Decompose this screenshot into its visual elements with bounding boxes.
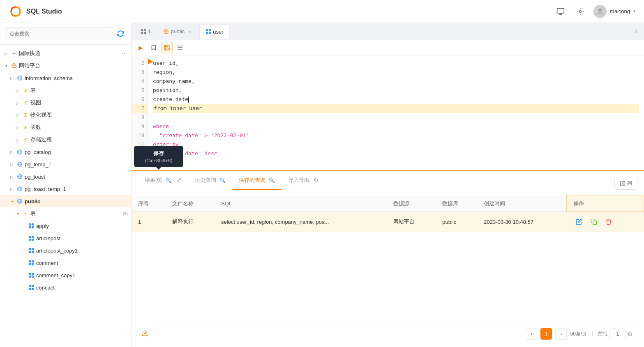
current-page-btn[interactable]: 1 xyxy=(540,328,552,340)
svg-rect-51 xyxy=(144,29,146,31)
sidebar-item-articlepost[interactable]: ▷ articlepost xyxy=(0,232,131,244)
cell-database: public xyxy=(436,212,477,232)
cell-filename: 解释执行 xyxy=(166,212,215,232)
svg-rect-52 xyxy=(141,32,143,34)
svg-point-1 xyxy=(579,10,581,12)
saved-search-icon[interactable]: 🔍 xyxy=(269,177,275,183)
more-guoji[interactable]: ··· xyxy=(121,49,128,58)
svg-rect-40 xyxy=(29,263,31,265)
sidebar-item-public[interactable]: ▾ public xyxy=(0,195,131,207)
cell-created: 2023-03-30 10:40:57 xyxy=(477,212,566,232)
icon-biao1: ⊞ xyxy=(22,87,29,94)
sidebar-item-comment-copy1[interactable]: ▷ comment_copy1 xyxy=(0,269,131,281)
import-refresh-icon[interactable]: ↻ xyxy=(314,177,319,184)
sidebar-item-biao1[interactable]: ▷ ⊞ 表 xyxy=(0,84,131,97)
line-num-6: 6 xyxy=(132,95,148,104)
run-btn[interactable]: ▶ xyxy=(135,42,146,53)
avatar-icon xyxy=(596,7,605,16)
history-search-icon[interactable]: 🔍 xyxy=(219,177,226,183)
svg-rect-44 xyxy=(29,276,31,278)
sidebar-item-cunchu1[interactable]: ▷ ⊞ 存储过程 xyxy=(0,133,131,146)
table-row: 1 解释执行 select user_id, region, company_n… xyxy=(132,212,644,232)
tab-public[interactable]: public × xyxy=(157,25,199,39)
refresh-btn[interactable] xyxy=(115,28,126,39)
sidebar-item-biao-public[interactable]: ▾ ⊞ 表 20 xyxy=(0,207,131,220)
sidebar-item-pg-toast[interactable]: ▷ pg_toast xyxy=(0,170,131,183)
cell-sql: select user_id, region, company_name, po… xyxy=(215,212,387,232)
prev-page-btn[interactable]: ‹ xyxy=(526,328,537,340)
monitor-icon-btn[interactable] xyxy=(554,5,567,18)
sidebar-item-shitu1[interactable]: ▷ ⊞ 视图 xyxy=(0,97,131,109)
label-comment-copy1: comment_copy1 xyxy=(36,272,128,278)
sidebar-item-hanshu1[interactable]: ▷ ⊞ 函数 xyxy=(0,121,131,133)
icon-apply xyxy=(28,223,35,229)
tab-public-close[interactable]: × xyxy=(186,28,193,35)
col-btn[interactable]: 列 xyxy=(614,177,637,190)
next-page-btn[interactable]: › xyxy=(555,328,567,340)
icon-comment xyxy=(28,260,35,266)
code-content[interactable]: user_id, region, company_name, position,… xyxy=(148,55,644,170)
delete-btn[interactable] xyxy=(603,216,614,228)
svg-rect-60 xyxy=(209,32,211,34)
format-btn[interactable] xyxy=(174,42,186,53)
svg-rect-45 xyxy=(32,276,34,278)
search-input[interactable] xyxy=(5,27,111,40)
arrow-shitu1: ▷ xyxy=(15,100,21,106)
svg-rect-66 xyxy=(593,221,597,225)
tooltip-shortcut: (Ctrl+Shift+S) xyxy=(140,158,178,163)
icon-pg-toast-temp-1 xyxy=(16,186,23,192)
save-btn[interactable] xyxy=(161,42,173,53)
sidebar-item-wuhua1[interactable]: ▷ ⊞ 物化视图 xyxy=(0,109,131,121)
code-line-3: region, xyxy=(153,68,639,77)
tab-user-icon xyxy=(205,29,211,34)
col-header-index: 序号 xyxy=(132,196,166,212)
sidebar-tree: ▷ 国际快递 ··· ▾ 网站平台 ▷ xyxy=(0,45,131,347)
sidebar-item-articlepost-copy1[interactable]: ▷ articlepost_copy1 xyxy=(0,244,131,257)
result-search-icon[interactable]: 🔍 xyxy=(165,177,171,183)
line-num-3: 3 xyxy=(132,68,148,77)
main: ▷ 国际快递 ··· ▾ 网站平台 ▷ xyxy=(0,23,644,347)
sidebar-item-pg-toast-temp-1[interactable]: ▷ pg_toast_temp_1 xyxy=(0,183,131,195)
sidebar-item-pg-temp-1[interactable]: ▷ pg_temp_1 xyxy=(0,158,131,170)
goto-input[interactable] xyxy=(609,329,626,339)
result-tab-history[interactable]: 历史查询 🔍 xyxy=(188,171,232,190)
sidebar-item-wangzhan[interactable]: ▾ 网站平台 xyxy=(0,60,131,72)
result-tab-import[interactable]: 导入导出 ↻ xyxy=(282,171,325,190)
user-chevron: ▾ xyxy=(633,9,636,14)
username: maicong xyxy=(610,8,630,14)
result-tab-result[interactable]: 结果(0) 🔍 ⤢ xyxy=(138,171,188,190)
bookmark-btn[interactable] xyxy=(148,42,159,53)
tab-user[interactable]: user xyxy=(199,25,229,39)
result-tab-saved[interactable]: 保存的查询 🔍 xyxy=(232,171,282,190)
edit-btn[interactable] xyxy=(573,216,585,228)
goto-label: 前往 xyxy=(598,331,608,338)
sidebar-item-information-schema[interactable]: ▷ information_schema xyxy=(0,72,131,84)
label-pg-catalog: pg_catalog xyxy=(25,149,128,155)
cell-index: 1 xyxy=(132,212,166,232)
settings-icon-btn[interactable] xyxy=(574,5,587,18)
svg-point-2 xyxy=(598,8,601,11)
refresh-icon xyxy=(117,30,124,37)
code-line-10: "create_date" > '2022-02-01' xyxy=(153,131,639,140)
label-biao-public: 表 xyxy=(30,210,120,217)
download-btn[interactable] xyxy=(136,326,154,342)
tab-1[interactable]: 1 xyxy=(135,25,157,39)
arrow-public: ▾ xyxy=(9,198,15,204)
code-line-4: company_name, xyxy=(153,77,639,86)
sidebar-item-pg-catalog[interactable]: ▷ pg_catalog xyxy=(0,146,131,158)
copy-btn[interactable] xyxy=(588,216,600,228)
result-expand-icon[interactable]: ⤢ xyxy=(176,176,182,184)
code-line-9: where xyxy=(153,122,639,131)
sidebar-item-apply[interactable]: ▷ apply xyxy=(0,220,131,232)
sidebar-item-comment[interactable]: ▷ comment xyxy=(0,257,131,269)
svg-rect-50 xyxy=(141,29,143,31)
user-area[interactable]: maicong ▾ xyxy=(593,5,636,18)
code-line-5: position, xyxy=(153,86,639,95)
svg-rect-35 xyxy=(32,248,34,250)
sidebar-item-guoji[interactable]: ▷ 国际快递 ··· xyxy=(0,47,131,60)
sidebar: ▷ 国际快递 ··· ▾ 网站平台 ▷ xyxy=(0,23,132,347)
label-wuhua1: 物化视图 xyxy=(30,111,128,119)
pagination: ‹ 1 › 50条/页 | 前往 页 xyxy=(154,324,639,344)
bookmark-icon xyxy=(150,44,157,51)
sidebar-item-concact[interactable]: ▷ concact xyxy=(0,281,131,294)
